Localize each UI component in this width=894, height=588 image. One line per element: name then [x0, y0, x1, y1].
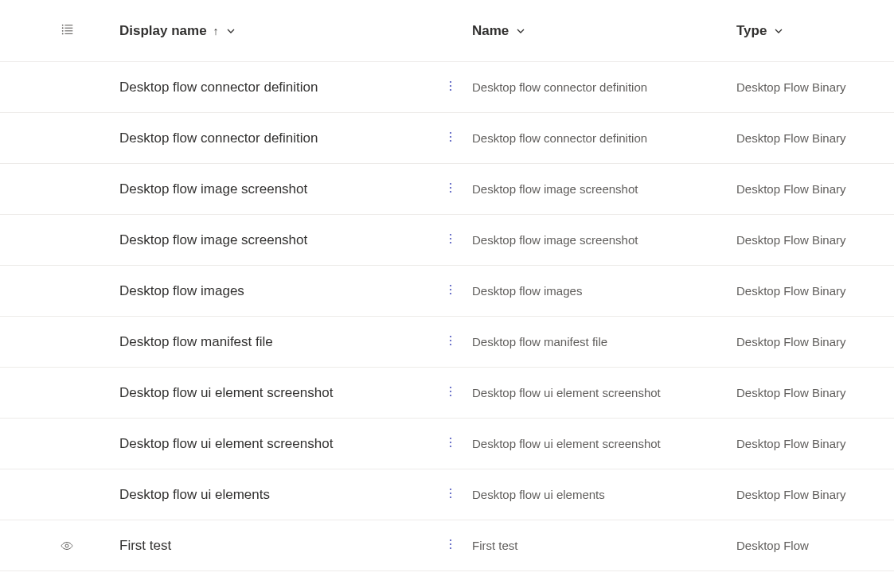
- row-menu-cell: [428, 232, 472, 247]
- svg-point-23: [449, 242, 451, 243]
- more-actions-icon[interactable]: [444, 538, 457, 553]
- table-row[interactable]: Desktop flow ui element screenshot Deskt…: [0, 368, 894, 419]
- row-name: Desktop flow ui element screenshot: [472, 437, 661, 450]
- row-name: Desktop flow image screenshot: [472, 182, 638, 196]
- row-menu-cell: [428, 181, 472, 197]
- header-type[interactable]: Type: [736, 23, 894, 39]
- row-name: First test: [472, 539, 518, 552]
- row-type-cell: Desktop Flow Binary: [736, 284, 894, 298]
- row-type: Desktop Flow Binary: [736, 386, 846, 399]
- row-display-name[interactable]: Desktop flow image screenshot: [119, 181, 307, 197]
- svg-point-25: [449, 285, 451, 286]
- sort-ascending-icon: ↑: [213, 25, 219, 37]
- chevron-down-icon[interactable]: [225, 25, 236, 37]
- list-view-icon[interactable]: [61, 22, 75, 39]
- svg-point-18: [449, 187, 451, 189]
- more-actions-icon[interactable]: [444, 334, 457, 349]
- svg-point-38: [449, 442, 451, 443]
- table-row[interactable]: Desktop flow ui elements Desktop flow ui…: [0, 469, 894, 520]
- row-display-name-cell: Desktop flow ui elements: [115, 487, 428, 503]
- row-type-cell: Desktop Flow Binary: [736, 233, 894, 247]
- more-actions-icon[interactable]: [444, 385, 457, 400]
- row-name-cell: Desktop flow image screenshot: [472, 233, 736, 247]
- row-type: Desktop Flow Binary: [736, 233, 846, 247]
- more-actions-icon[interactable]: [444, 130, 457, 146]
- row-display-name[interactable]: Desktop flow ui element screenshot: [119, 385, 333, 401]
- row-display-name-cell: Desktop flow ui element screenshot: [115, 385, 428, 401]
- table-row[interactable]: Desktop flow ui element screenshot Deskt…: [0, 419, 894, 469]
- table-row[interactable]: Desktop flow connector definition Deskto…: [0, 62, 894, 113]
- header-display-name[interactable]: Display name ↑: [115, 23, 428, 39]
- row-display-name[interactable]: Desktop flow manifest file: [119, 334, 273, 350]
- row-name-cell: Desktop flow connector definition: [472, 131, 736, 145]
- row-display-name-cell: Desktop flow image screenshot: [115, 232, 428, 248]
- svg-point-41: [449, 489, 451, 490]
- chevron-down-icon[interactable]: [773, 25, 784, 37]
- row-name-cell: Desktop flow connector definition: [472, 80, 736, 94]
- header-name[interactable]: Name: [472, 23, 736, 39]
- row-display-name[interactable]: First test: [119, 538, 171, 554]
- svg-point-27: [449, 293, 451, 294]
- row-name-cell: Desktop flow images: [472, 284, 736, 298]
- row-display-name[interactable]: Desktop flow image screenshot: [119, 232, 307, 248]
- svg-point-39: [449, 446, 451, 447]
- svg-point-34: [449, 391, 451, 392]
- more-actions-icon[interactable]: [444, 283, 457, 298]
- header-list-icon-cell: [56, 22, 115, 39]
- svg-point-11: [449, 89, 451, 91]
- table-row[interactable]: Desktop flow manifest file Desktop flow …: [0, 317, 894, 368]
- table-row[interactable]: Desktop flow images Desktop flow images …: [0, 266, 894, 317]
- more-actions-icon[interactable]: [444, 80, 457, 95]
- row-name: Desktop flow image screenshot: [472, 233, 638, 247]
- row-display-name[interactable]: Desktop flow images: [119, 283, 244, 299]
- more-actions-icon[interactable]: [444, 181, 457, 197]
- row-menu-cell: [428, 436, 472, 451]
- svg-point-14: [449, 136, 451, 138]
- row-display-name[interactable]: Desktop flow connector definition: [119, 80, 318, 95]
- row-type-cell: Desktop Flow Binary: [736, 335, 894, 349]
- row-name-cell: Desktop flow manifest file: [472, 335, 736, 349]
- row-menu-cell: [428, 283, 472, 298]
- table-row[interactable]: Desktop flow connector definition Deskto…: [0, 113, 894, 164]
- svg-point-21: [449, 234, 451, 236]
- row-display-name-cell: Desktop flow connector definition: [115, 130, 428, 146]
- svg-point-29: [449, 336, 451, 337]
- more-actions-icon[interactable]: [444, 487, 457, 502]
- row-type: Desktop Flow Binary: [736, 131, 846, 145]
- row-display-name-cell: Desktop flow manifest file: [115, 334, 428, 350]
- row-menu-cell: [428, 130, 472, 146]
- row-display-name[interactable]: Desktop flow ui element screenshot: [119, 436, 333, 452]
- row-name: Desktop flow images: [472, 284, 582, 298]
- row-name: Desktop flow connector definition: [472, 80, 647, 94]
- row-type-cell: Desktop Flow Binary: [736, 386, 894, 399]
- row-display-name[interactable]: Desktop flow ui elements: [119, 487, 270, 503]
- row-display-name-cell: Desktop flow ui element screenshot: [115, 436, 428, 452]
- row-type-cell: Desktop Flow Binary: [736, 131, 894, 145]
- row-display-name[interactable]: Desktop flow connector definition: [119, 130, 318, 146]
- row-name: Desktop flow ui element screenshot: [472, 386, 661, 399]
- more-actions-icon[interactable]: [444, 436, 457, 451]
- row-menu-cell: [428, 385, 472, 400]
- chevron-down-icon[interactable]: [515, 25, 526, 37]
- svg-point-42: [449, 493, 451, 494]
- row-eye-cell: [56, 539, 115, 552]
- row-type: Desktop Flow Binary: [736, 80, 846, 94]
- table-row[interactable]: Desktop flow image screenshot Desktop fl…: [0, 215, 894, 266]
- row-menu-cell: [428, 487, 472, 502]
- more-actions-icon[interactable]: [444, 232, 457, 247]
- row-name: Desktop flow ui elements: [472, 488, 605, 501]
- svg-point-31: [449, 344, 451, 345]
- row-type: Desktop Flow Binary: [736, 284, 846, 298]
- row-menu-cell: [428, 334, 472, 349]
- row-menu-cell: [428, 80, 472, 95]
- row-type-cell: Desktop Flow Binary: [736, 488, 894, 501]
- row-type-cell: Desktop Flow: [736, 539, 894, 552]
- row-type-cell: Desktop Flow Binary: [736, 437, 894, 450]
- row-display-name-cell: First test: [115, 538, 428, 554]
- row-display-name-cell: Desktop flow images: [115, 283, 428, 299]
- svg-point-22: [449, 238, 451, 239]
- row-type-cell: Desktop Flow Binary: [736, 80, 894, 94]
- svg-point-33: [449, 387, 451, 388]
- table-row[interactable]: Desktop flow image screenshot Desktop fl…: [0, 164, 894, 215]
- table-row[interactable]: First test First test Desktop Flow: [0, 520, 894, 571]
